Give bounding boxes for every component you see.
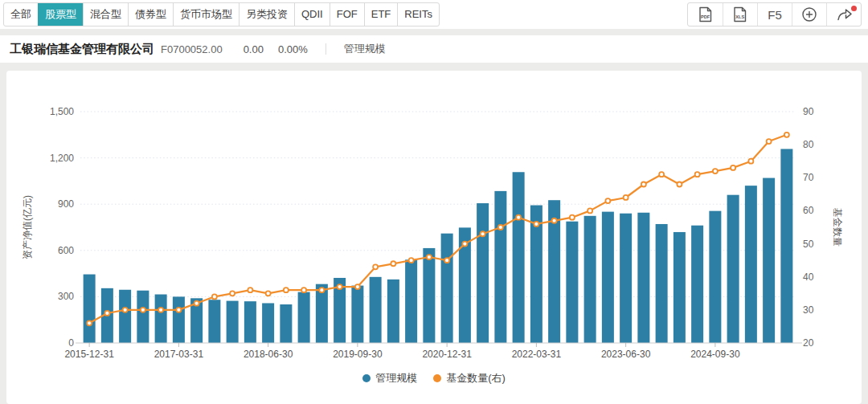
bar-2021-06-30[interactable] [477,203,489,343]
share-button[interactable] [826,3,861,26]
line-point-2018-03-31[interactable] [248,288,252,292]
y-axis-left-tick: 900 [58,198,74,210]
line-point-2024-03-31[interactable] [677,182,682,187]
line-point-2020-12-31[interactable] [444,258,449,263]
line-point-2018-09-30[interactable] [284,288,289,292]
line-point-2016-12-31[interactable] [158,308,163,312]
tab-item-5[interactable]: 货币市场型 [173,3,239,26]
line-point-2019-06-30[interactable] [338,284,342,289]
bar-2017-03-31[interactable] [173,296,185,343]
tab-item-3[interactable]: 混合型 [83,3,128,26]
bar-2024-06-30[interactable] [691,226,703,343]
line-point-2023-06-30[interactable] [624,195,628,200]
y-axis-right-tick: 40 [803,271,814,283]
line-point-2022-03-31[interactable] [534,222,538,226]
bar-2016-12-31[interactable] [155,295,167,343]
line-point-2025-03-31[interactable] [748,159,753,164]
bar-2025-06-30[interactable] [763,178,775,343]
line-point-2024-06-30[interactable] [695,172,700,177]
bar-2020-03-31[interactable] [387,280,399,343]
bar-2020-09-30[interactable] [423,248,435,343]
company-name: 工银瑞信基金管理有限公司 [10,42,154,57]
bar-2025-03-31[interactable] [745,186,757,343]
line-point-2015-12-31[interactable] [87,320,92,325]
line-point-2020-06-30[interactable] [409,258,414,263]
bar-2018-09-30[interactable] [280,304,292,343]
y-axis-right-tick: 90 [803,106,814,117]
line-point-2016-09-30[interactable] [141,308,145,312]
line-point-2022-09-30[interactable] [570,215,575,220]
line-point-2024-12-31[interactable] [731,165,735,170]
line-point-2021-06-30[interactable] [481,231,485,236]
bar-2021-09-30[interactable] [494,191,506,343]
tab-item-8[interactable]: FOF [330,3,364,26]
bar-2025-09-30[interactable] [780,149,792,343]
bar-2023-06-30[interactable] [620,214,632,343]
line-point-2021-09-30[interactable] [498,225,503,230]
bar-2018-03-31[interactable] [244,301,256,343]
line-point-2016-06-30[interactable] [123,308,128,312]
line-point-2018-12-31[interactable] [301,288,306,292]
line-point-2025-09-30[interactable] [784,133,789,137]
bar-2018-06-30[interactable] [262,303,274,343]
line-point-2023-03-31[interactable] [605,198,610,203]
line-point-2025-06-30[interactable] [767,139,772,144]
bar-2021-12-31[interactable] [513,172,525,343]
bar-2022-09-30[interactable] [566,222,578,343]
bar-2018-12-31[interactable] [298,292,310,343]
metric-selector[interactable]: 管理规模 [344,42,386,56]
export-pdf-button[interactable]: PDF [688,3,723,26]
bar-2015-12-31[interactable] [84,275,96,343]
tab-item-4[interactable]: 债券型 [128,3,173,26]
bar-2023-03-31[interactable] [602,212,614,343]
circle-plus-icon [800,6,818,23]
line-point-2020-09-30[interactable] [427,255,432,259]
legend-item-1[interactable]: 管理规模 [362,371,417,386]
line-point-2021-12-31[interactable] [516,215,521,220]
tab-item-1[interactable]: 全部 [4,3,38,26]
bar-2024-12-31[interactable] [727,195,739,343]
line-point-2021-03-31[interactable] [462,242,467,247]
tab-item-6[interactable]: 另类投资 [239,3,294,26]
bar-2020-12-31[interactable] [441,234,453,343]
line-point-2022-06-30[interactable] [552,218,557,223]
bar-2017-09-30[interactable] [208,300,220,343]
line-point-2017-03-31[interactable] [176,308,181,312]
bar-2024-03-31[interactable] [674,232,686,343]
refresh-f5-button[interactable]: F5 [757,3,792,26]
x-axis-tick-label: 2017-03-31 [154,349,204,360]
tab-item-10[interactable]: REITs [397,3,439,26]
line-point-2019-12-31[interactable] [373,264,378,269]
line-point-2017-06-30[interactable] [194,301,199,306]
line-point-2023-12-31[interactable] [659,172,664,177]
legend-item-2[interactable]: 基金数量(右) [433,371,506,386]
bar-2017-12-31[interactable] [227,301,239,343]
bar-2019-12-31[interactable] [370,277,382,343]
bar-2022-12-31[interactable] [584,216,596,343]
bar-2020-06-30[interactable] [405,259,417,343]
line-point-2019-03-31[interactable] [319,288,324,292]
tab-item-2[interactable]: 股票型 [38,3,83,26]
line-point-2017-09-30[interactable] [212,294,217,299]
line-point-2018-06-30[interactable] [266,291,271,296]
tab-item-9[interactable]: ETF [364,3,398,26]
line-point-2019-09-30[interactable] [355,284,360,289]
bar-2024-09-30[interactable] [709,211,721,343]
line-point-2016-03-31[interactable] [104,311,109,316]
line-point-2023-09-30[interactable] [641,182,646,187]
zoom-plus-button[interactable] [792,3,826,26]
bar-2023-09-30[interactable] [637,213,649,343]
y-axis-left-tick: 1,200 [50,153,74,164]
bar-2016-09-30[interactable] [137,291,149,343]
line-point-2020-03-31[interactable] [391,261,395,266]
line-point-2024-09-30[interactable] [713,169,718,173]
pdf-document-icon: PDF [697,6,714,23]
bar-2016-06-30[interactable] [119,290,131,343]
svg-text:PDF: PDF [701,14,710,19]
bar-2019-09-30[interactable] [351,286,363,343]
tab-item-7[interactable]: QDII [294,3,330,26]
bar-2023-12-31[interactable] [656,224,668,343]
line-point-2017-12-31[interactable] [230,291,235,296]
line-point-2022-12-31[interactable] [588,208,592,213]
export-xls-button[interactable]: XLS [723,3,757,26]
